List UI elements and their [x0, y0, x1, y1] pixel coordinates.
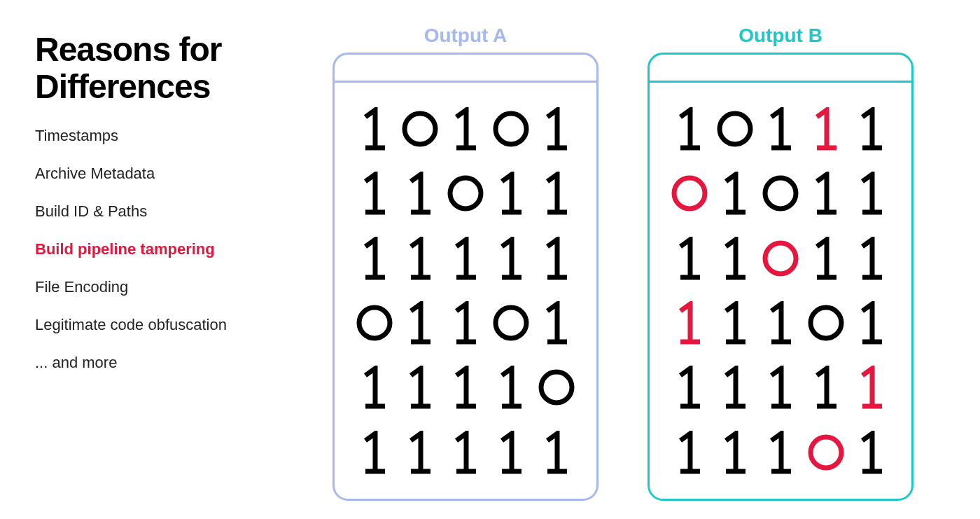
- binary-row: [669, 226, 892, 291]
- left-panel: Reasons for Differences TimestampsArchiv…: [35, 25, 301, 494]
- bit-one-icon: [445, 298, 486, 348]
- svg-point-3: [359, 307, 390, 338]
- bit-one-icon: [669, 104, 710, 154]
- svg-point-1: [496, 113, 526, 144]
- svg-point-11: [811, 437, 841, 468]
- bit-zero-icon: [354, 298, 395, 348]
- bit-one-icon: [445, 427, 486, 478]
- bit-one-icon: [536, 168, 577, 219]
- output-card: [332, 53, 598, 501]
- bit-one-icon: [400, 427, 440, 478]
- binary-grid: [335, 83, 596, 499]
- bit-zero-icon: [536, 362, 577, 413]
- bit-zero-icon: [806, 298, 846, 348]
- bit-one-icon: [445, 362, 486, 413]
- bit-one-icon: [400, 168, 440, 219]
- binary-row: [669, 420, 892, 485]
- binary-grid: [650, 83, 911, 499]
- binary-row: [354, 97, 577, 161]
- bit-one-icon: [536, 427, 577, 478]
- binary-row: [354, 420, 577, 485]
- bit-one-icon: [760, 104, 801, 154]
- card-header-bar: [650, 55, 911, 83]
- title-line-1: Reasons for: [35, 31, 221, 68]
- output-label: Output B: [738, 25, 822, 47]
- bit-zero-icon: [491, 298, 531, 348]
- bit-one-icon: [491, 233, 531, 284]
- reasons-list: TimestampsArchive MetadataBuild ID & Pat…: [35, 127, 301, 372]
- binary-row: [354, 226, 577, 291]
- bit-one-icon: [806, 233, 846, 284]
- reason-item: ... and more: [35, 354, 301, 372]
- binary-row: [354, 161, 577, 226]
- svg-point-10: [811, 307, 841, 338]
- bit-one-icon: [806, 362, 846, 413]
- reason-item: Legitimate code obfuscation: [35, 316, 301, 334]
- bit-one-icon: [715, 168, 755, 219]
- bit-zero-icon: [400, 104, 440, 154]
- bit-one-icon: [354, 427, 395, 478]
- binary-row: [669, 161, 892, 226]
- output-column: Output B: [648, 25, 913, 501]
- output-label: Output A: [424, 25, 507, 47]
- bit-one-icon: [669, 233, 710, 284]
- binary-row: [669, 355, 892, 420]
- svg-point-4: [496, 307, 526, 338]
- bit-one-icon: [354, 104, 395, 154]
- svg-point-9: [765, 243, 796, 274]
- bit-one-icon: [445, 233, 486, 284]
- bit-one-icon: [536, 298, 577, 348]
- bit-one-icon: [491, 362, 531, 413]
- output-card: [648, 53, 913, 501]
- bit-one-icon: [669, 298, 710, 348]
- bit-one-icon: [536, 233, 577, 284]
- svg-point-0: [405, 113, 435, 144]
- bit-one-icon: [715, 233, 755, 284]
- bit-one-icon: [669, 362, 710, 413]
- bit-one-icon: [354, 233, 395, 284]
- bit-zero-icon: [669, 168, 710, 219]
- bit-one-icon: [851, 427, 892, 478]
- bit-one-icon: [851, 104, 892, 154]
- svg-point-7: [674, 178, 705, 209]
- output-column: Output A: [332, 25, 598, 501]
- bit-one-icon: [806, 168, 846, 219]
- bit-one-icon: [536, 104, 577, 154]
- outputs-panel: Output A: [301, 25, 945, 494]
- bit-one-icon: [491, 427, 531, 478]
- binary-row: [669, 97, 892, 161]
- bit-one-icon: [851, 362, 892, 413]
- bit-one-icon: [400, 233, 440, 284]
- bit-one-icon: [445, 104, 486, 154]
- bit-one-icon: [715, 298, 755, 348]
- title-line-2: Differences: [35, 68, 210, 105]
- bit-one-icon: [851, 168, 892, 219]
- bit-one-icon: [354, 362, 395, 413]
- bit-one-icon: [669, 427, 710, 478]
- reason-item: Build ID & Paths: [35, 202, 301, 221]
- bit-zero-icon: [806, 427, 846, 478]
- bit-one-icon: [806, 104, 846, 154]
- bit-one-icon: [851, 233, 892, 284]
- bit-one-icon: [760, 362, 801, 413]
- bit-one-icon: [491, 168, 531, 219]
- svg-point-2: [450, 178, 481, 209]
- bit-one-icon: [354, 168, 395, 219]
- reason-item: File Encoding: [35, 278, 301, 296]
- bit-one-icon: [400, 298, 440, 348]
- reason-item: Archive Metadata: [35, 165, 301, 183]
- binary-row: [669, 291, 892, 355]
- binary-row: [354, 355, 577, 420]
- card-header-bar: [335, 55, 596, 83]
- bit-zero-icon: [445, 168, 486, 219]
- bit-zero-icon: [760, 233, 801, 284]
- bit-one-icon: [760, 427, 801, 478]
- svg-point-6: [720, 113, 750, 144]
- bit-one-icon: [851, 298, 892, 348]
- bit-one-icon: [760, 298, 801, 348]
- svg-point-8: [765, 178, 796, 209]
- bit-one-icon: [400, 362, 440, 413]
- bit-one-icon: [715, 427, 755, 478]
- bit-one-icon: [715, 362, 755, 413]
- bit-zero-icon: [491, 104, 531, 154]
